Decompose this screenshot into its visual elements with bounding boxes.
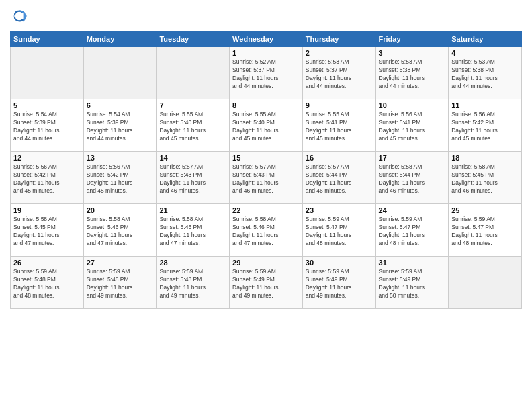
weekday-header-wednesday: Wednesday xyxy=(230,32,303,47)
day-info: Sunrise: 5:59 AM Sunset: 5:48 PM Dayligh… xyxy=(159,268,226,300)
calendar-cell: 26Sunrise: 5:59 AM Sunset: 5:48 PM Dayli… xyxy=(11,257,84,309)
header xyxy=(10,7,522,26)
day-info: Sunrise: 5:54 AM Sunset: 5:39 PM Dayligh… xyxy=(87,111,154,143)
day-info: Sunrise: 5:58 AM Sunset: 5:46 PM Dayligh… xyxy=(159,216,226,248)
day-number: 7 xyxy=(159,101,226,109)
day-number: 27 xyxy=(87,259,154,267)
calendar-cell: 22Sunrise: 5:58 AM Sunset: 5:46 PM Dayli… xyxy=(230,204,303,257)
weekday-header-sunday: Sunday xyxy=(11,32,84,47)
day-number: 20 xyxy=(87,206,154,214)
calendar-cell: 5Sunrise: 5:54 AM Sunset: 5:39 PM Daylig… xyxy=(11,99,84,152)
calendar-cell xyxy=(83,47,157,99)
calendar-cell: 21Sunrise: 5:58 AM Sunset: 5:46 PM Dayli… xyxy=(157,204,230,257)
day-number: 19 xyxy=(13,206,81,214)
calendar-cell: 17Sunrise: 5:58 AM Sunset: 5:44 PM Dayli… xyxy=(375,152,449,204)
calendar-cell: 15Sunrise: 5:57 AM Sunset: 5:43 PM Dayli… xyxy=(230,152,303,204)
day-number: 11 xyxy=(451,101,519,109)
calendar-cell: 2Sunrise: 5:53 AM Sunset: 5:37 PM Daylig… xyxy=(302,47,375,99)
calendar-cell: 30Sunrise: 5:59 AM Sunset: 5:49 PM Dayli… xyxy=(302,257,375,309)
calendar-cell: 3Sunrise: 5:53 AM Sunset: 5:38 PM Daylig… xyxy=(375,47,449,99)
calendar-cell xyxy=(11,47,84,99)
day-info: Sunrise: 5:53 AM Sunset: 5:38 PM Dayligh… xyxy=(379,58,446,91)
logo-icon xyxy=(10,7,29,26)
day-number: 28 xyxy=(159,259,226,267)
day-info: Sunrise: 5:52 AM Sunset: 5:37 PM Dayligh… xyxy=(232,58,300,91)
calendar-cell: 8Sunrise: 5:55 AM Sunset: 5:40 PM Daylig… xyxy=(230,99,303,152)
calendar-cell: 10Sunrise: 5:56 AM Sunset: 5:41 PM Dayli… xyxy=(375,99,449,152)
day-number: 30 xyxy=(306,259,373,267)
calendar-cell: 31Sunrise: 5:59 AM Sunset: 5:49 PM Dayli… xyxy=(375,257,449,309)
day-info: Sunrise: 5:59 AM Sunset: 5:48 PM Dayligh… xyxy=(87,268,154,300)
day-number: 16 xyxy=(306,154,373,162)
day-number: 31 xyxy=(379,259,446,267)
day-info: Sunrise: 5:57 AM Sunset: 5:43 PM Dayligh… xyxy=(159,163,226,195)
day-number: 10 xyxy=(379,101,446,109)
day-number: 17 xyxy=(379,154,446,162)
day-info: Sunrise: 5:59 AM Sunset: 5:47 PM Dayligh… xyxy=(306,216,373,248)
calendar-cell: 12Sunrise: 5:56 AM Sunset: 5:42 PM Dayli… xyxy=(11,152,84,204)
calendar-cell: 1Sunrise: 5:52 AM Sunset: 5:37 PM Daylig… xyxy=(230,47,303,99)
day-number: 15 xyxy=(232,154,300,162)
day-info: Sunrise: 5:57 AM Sunset: 5:43 PM Dayligh… xyxy=(232,163,300,195)
day-info: Sunrise: 5:53 AM Sunset: 5:38 PM Dayligh… xyxy=(451,58,519,91)
day-number: 2 xyxy=(306,49,373,57)
day-info: Sunrise: 5:55 AM Sunset: 5:40 PM Dayligh… xyxy=(232,111,300,143)
day-info: Sunrise: 5:53 AM Sunset: 5:37 PM Dayligh… xyxy=(306,58,373,91)
calendar-cell: 18Sunrise: 5:58 AM Sunset: 5:45 PM Dayli… xyxy=(449,152,522,204)
day-info: Sunrise: 5:56 AM Sunset: 5:42 PM Dayligh… xyxy=(87,163,154,195)
day-number: 22 xyxy=(232,206,300,214)
day-info: Sunrise: 5:55 AM Sunset: 5:40 PM Dayligh… xyxy=(159,111,226,143)
day-number: 23 xyxy=(306,206,373,214)
day-info: Sunrise: 5:56 AM Sunset: 5:42 PM Dayligh… xyxy=(451,111,519,143)
calendar-cell: 7Sunrise: 5:55 AM Sunset: 5:40 PM Daylig… xyxy=(157,99,230,152)
day-info: Sunrise: 5:59 AM Sunset: 5:48 PM Dayligh… xyxy=(13,268,81,300)
week-row-4: 19Sunrise: 5:58 AM Sunset: 5:45 PM Dayli… xyxy=(11,204,522,257)
weekday-header-row: SundayMondayTuesdayWednesdayThursdayFrid… xyxy=(11,32,522,47)
day-number: 3 xyxy=(379,49,446,57)
calendar-cell: 27Sunrise: 5:59 AM Sunset: 5:48 PM Dayli… xyxy=(83,257,157,309)
day-info: Sunrise: 5:55 AM Sunset: 5:41 PM Dayligh… xyxy=(306,111,373,143)
day-number: 29 xyxy=(232,259,300,267)
day-info: Sunrise: 5:56 AM Sunset: 5:42 PM Dayligh… xyxy=(13,163,81,195)
day-number: 18 xyxy=(451,154,519,162)
calendar-cell: 14Sunrise: 5:57 AM Sunset: 5:43 PM Dayli… xyxy=(157,152,230,204)
day-info: Sunrise: 5:56 AM Sunset: 5:41 PM Dayligh… xyxy=(379,111,446,143)
logo xyxy=(10,7,32,26)
calendar-cell: 16Sunrise: 5:57 AM Sunset: 5:44 PM Dayli… xyxy=(302,152,375,204)
day-number: 9 xyxy=(306,101,373,109)
day-info: Sunrise: 5:57 AM Sunset: 5:44 PM Dayligh… xyxy=(306,163,373,195)
calendar-cell: 4Sunrise: 5:53 AM Sunset: 5:38 PM Daylig… xyxy=(449,47,522,99)
day-info: Sunrise: 5:58 AM Sunset: 5:46 PM Dayligh… xyxy=(232,216,300,248)
day-number: 25 xyxy=(451,206,519,214)
week-row-2: 5Sunrise: 5:54 AM Sunset: 5:39 PM Daylig… xyxy=(11,99,522,152)
week-row-5: 26Sunrise: 5:59 AM Sunset: 5:48 PM Dayli… xyxy=(11,257,522,309)
weekday-header-tuesday: Tuesday xyxy=(157,32,230,47)
day-info: Sunrise: 5:59 AM Sunset: 5:49 PM Dayligh… xyxy=(379,268,446,300)
calendar-cell xyxy=(449,257,522,309)
calendar-cell: 29Sunrise: 5:59 AM Sunset: 5:49 PM Dayli… xyxy=(230,257,303,309)
calendar-cell: 6Sunrise: 5:54 AM Sunset: 5:39 PM Daylig… xyxy=(83,99,157,152)
day-number: 12 xyxy=(13,154,81,162)
day-number: 5 xyxy=(13,101,81,109)
day-number: 1 xyxy=(232,49,300,57)
day-number: 4 xyxy=(451,49,519,57)
page: SundayMondayTuesdayWednesdayThursdayFrid… xyxy=(0,0,532,411)
day-number: 24 xyxy=(379,206,446,214)
week-row-1: 1Sunrise: 5:52 AM Sunset: 5:37 PM Daylig… xyxy=(11,47,522,99)
day-number: 6 xyxy=(87,101,154,109)
calendar-cell: 20Sunrise: 5:58 AM Sunset: 5:46 PM Dayli… xyxy=(83,204,157,257)
day-info: Sunrise: 5:58 AM Sunset: 5:45 PM Dayligh… xyxy=(13,216,81,248)
weekday-header-friday: Friday xyxy=(375,32,449,47)
calendar-cell: 19Sunrise: 5:58 AM Sunset: 5:45 PM Dayli… xyxy=(11,204,84,257)
calendar-cell: 23Sunrise: 5:59 AM Sunset: 5:47 PM Dayli… xyxy=(302,204,375,257)
calendar-table: SundayMondayTuesdayWednesdayThursdayFrid… xyxy=(10,31,522,309)
day-info: Sunrise: 5:58 AM Sunset: 5:44 PM Dayligh… xyxy=(379,163,446,195)
calendar-cell xyxy=(157,47,230,99)
calendar-cell: 11Sunrise: 5:56 AM Sunset: 5:42 PM Dayli… xyxy=(449,99,522,152)
day-info: Sunrise: 5:58 AM Sunset: 5:46 PM Dayligh… xyxy=(87,216,154,248)
day-info: Sunrise: 5:54 AM Sunset: 5:39 PM Dayligh… xyxy=(13,111,81,143)
weekday-header-thursday: Thursday xyxy=(302,32,375,47)
day-info: Sunrise: 5:59 AM Sunset: 5:47 PM Dayligh… xyxy=(379,216,446,248)
day-info: Sunrise: 5:59 AM Sunset: 5:47 PM Dayligh… xyxy=(451,216,519,248)
day-number: 26 xyxy=(13,259,81,267)
